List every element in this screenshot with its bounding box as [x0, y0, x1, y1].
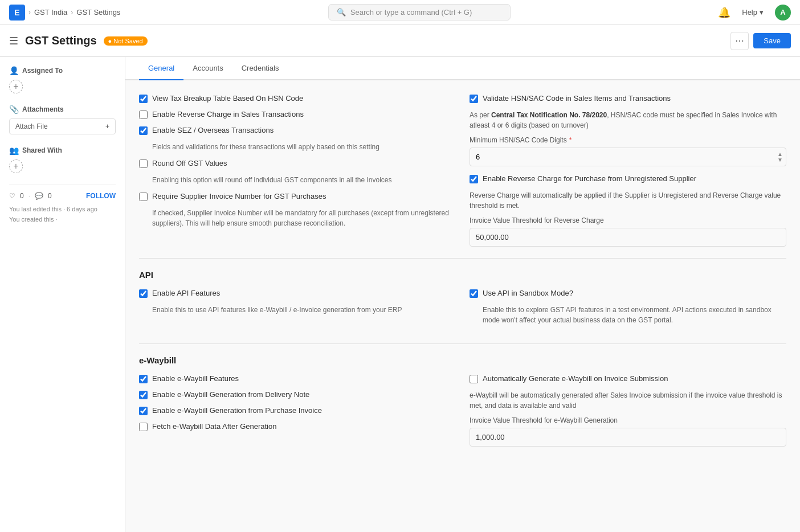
- checkbox-enable-api: Enable API Features: [139, 289, 456, 298]
- checkbox-validate-hsn: Validate HSN/SAC Code in Sales Items and…: [470, 94, 786, 103]
- api-section: API Enable API Features Enable this to u…: [139, 258, 786, 332]
- save-button[interactable]: Save: [753, 33, 791, 48]
- checkbox-auto-generate-ewaybill-label[interactable]: Automatically Generate e-Waybill on Invo…: [483, 374, 668, 383]
- checkbox-enable-api-input[interactable]: [139, 289, 148, 298]
- hamburger-icon[interactable]: ☰: [9, 35, 18, 47]
- assigned-to-icon: 👤: [9, 66, 19, 75]
- number-arrows: ▲ ▼: [777, 152, 783, 163]
- ewaybill-threshold-input[interactable]: [470, 428, 786, 447]
- checkbox-validate-hsn-label[interactable]: Validate HSN/SAC Code in Sales Items and…: [483, 94, 671, 103]
- attach-file-button[interactable]: Attach File +: [9, 118, 116, 134]
- checkbox-validate-hsn-input[interactable]: [470, 95, 478, 103]
- ewaybill-grid: Enable e-Waybill Features Enable e-Waybi…: [139, 374, 786, 447]
- invoice-threshold-label: Invoice Value Threshold for Reverse Char…: [470, 216, 786, 224]
- page-title: GST Settings: [25, 34, 97, 47]
- app-icon[interactable]: E: [9, 5, 25, 21]
- checkbox-sandbox-mode: Use API in Sandbox Mode?: [470, 289, 786, 298]
- round-off-description: Enabling this option will round off indi…: [152, 175, 456, 185]
- checkbox-auto-generate-ewaybill: Automatically Generate e-Waybill on Invo…: [470, 374, 786, 383]
- checkbox-ewaybill-delivery: Enable e-Waybill Generation from Deliver…: [139, 390, 456, 399]
- page-header: ☰ GST Settings ● Not Saved ⋯ Save: [0, 25, 800, 57]
- assigned-to-title: 👤 Assigned To: [9, 66, 116, 75]
- general-left-col: View Tax Breakup Table Based On HSN Code…: [139, 94, 456, 247]
- min-hsn-required: *: [569, 136, 572, 144]
- checkbox-ewaybill-purchase-input[interactable]: [139, 407, 148, 415]
- api-grid: Enable API Features Enable this to use A…: [139, 289, 786, 332]
- api-separator: [139, 258, 786, 259]
- checkbox-auto-generate-ewaybill-input[interactable]: [470, 375, 478, 383]
- tab-accounts[interactable]: Accounts: [183, 57, 232, 80]
- checkbox-reverse-charge-sales-label[interactable]: Enable Reverse Charge in Sales Transacti…: [152, 110, 304, 118]
- checkbox-reverse-charge-purchase: Enable Reverse Charge for Purchase from …: [470, 174, 786, 183]
- checkbox-ewaybill-delivery-label[interactable]: Enable e-Waybill Generation from Deliver…: [152, 390, 309, 399]
- tab-general[interactable]: General: [139, 57, 183, 80]
- ewaybill-separator: [139, 343, 786, 344]
- avatar[interactable]: A: [775, 5, 791, 21]
- notification-icon[interactable]: 🔔: [718, 6, 730, 19]
- search-placeholder: Search or type a command (Ctrl + G): [350, 8, 472, 17]
- breadcrumb-sep-1: ›: [28, 9, 31, 17]
- checkbox-sez-label[interactable]: Enable SEZ / Overseas Transactions: [152, 126, 274, 134]
- tab-content-general: View Tax Breakup Table Based On HSN Code…: [125, 80, 800, 460]
- follow-button[interactable]: FOLLOW: [86, 192, 116, 200]
- ewaybill-threshold-label: Invoice Value Threshold for e-Waybill Ge…: [470, 416, 786, 424]
- checkbox-supplier-invoice: Require Supplier Invoice Number for GST …: [139, 192, 456, 201]
- checkbox-fetch-ewaybill: Fetch e-Waybill Data After Generation: [139, 422, 456, 431]
- supplier-invoice-description: If checked, Supplier Invoice Number will…: [152, 208, 456, 228]
- checkbox-sez-input[interactable]: [139, 126, 148, 135]
- attachments-section: 📎 Attachments Attach File +: [9, 105, 116, 134]
- not-saved-badge: ● Not Saved: [104, 36, 148, 46]
- auto-generate-ewaybill-info: e-Waybill will be automatically generate…: [470, 390, 786, 411]
- ewaybill-title: e-Waybill: [139, 355, 786, 365]
- min-hsn-input[interactable]: [470, 148, 786, 166]
- attachments-icon: 📎: [9, 105, 19, 114]
- checkbox-round-off-label[interactable]: Round Off GST Values: [152, 159, 227, 167]
- checkbox-view-tax-breakup-label[interactable]: View Tax Breakup Table Based On HSN Code: [152, 94, 303, 103]
- add-assigned-to-button[interactable]: +: [9, 80, 23, 93]
- social-sep: ·: [28, 192, 30, 200]
- checkbox-view-tax-breakup-input[interactable]: [139, 95, 148, 103]
- checkbox-enable-ewaybill-input[interactable]: [139, 375, 148, 383]
- more-button[interactable]: ⋯: [730, 32, 749, 50]
- checkbox-enable-api-label[interactable]: Enable API Features: [152, 289, 220, 297]
- ewaybill-right-col: Automatically Generate e-Waybill on Invo…: [470, 374, 786, 447]
- breadcrumb-sep-2: ›: [71, 9, 73, 17]
- page-header-right: ⋯ Save: [730, 32, 791, 50]
- checkbox-reverse-charge-sales-input[interactable]: [139, 111, 148, 119]
- sidebar-meta: You last edited this · 6 days ago You cr…: [9, 204, 116, 224]
- checkbox-supplier-invoice-input[interactable]: [139, 193, 148, 201]
- likes-count: 0: [20, 192, 24, 200]
- checkbox-sandbox-mode-input[interactable]: [470, 289, 478, 298]
- tab-credentials[interactable]: Credentials: [232, 57, 288, 80]
- checkbox-ewaybill-purchase-label[interactable]: Enable e-Waybill Generation from Purchas…: [152, 406, 322, 415]
- attachments-title: 📎 Attachments: [9, 105, 116, 114]
- checkbox-sandbox-mode-label[interactable]: Use API in Sandbox Mode?: [483, 289, 573, 297]
- help-button[interactable]: Help ▾: [737, 6, 768, 19]
- add-shared-with-button[interactable]: +: [9, 159, 23, 173]
- min-hsn-label: Minimum HSN/SAC Code Digits *: [470, 136, 786, 144]
- api-left-col: Enable API Features Enable this to use A…: [139, 289, 456, 332]
- min-hsn-input-wrap: ▲ ▼: [470, 148, 786, 166]
- checkbox-round-off-input[interactable]: [139, 159, 148, 168]
- invoice-threshold-input[interactable]: [470, 228, 786, 247]
- checkbox-fetch-ewaybill-label[interactable]: Fetch e-Waybill Data After Generation: [152, 422, 276, 431]
- checkbox-reverse-charge-purchase-input[interactable]: [470, 175, 478, 183]
- breadcrumb-gst-settings[interactable]: GST Settings: [76, 8, 120, 17]
- sandbox-mode-description: Enable this to explore GST API features …: [483, 305, 786, 325]
- checkbox-reverse-charge-sales: Enable Reverse Charge in Sales Transacti…: [139, 110, 456, 119]
- not-saved-dot: ●: [108, 38, 114, 44]
- comments-count: 0: [48, 192, 52, 200]
- shared-with-icon: 👥: [9, 146, 19, 155]
- checkbox-reverse-charge-purchase-label[interactable]: Enable Reverse Charge for Purchase from …: [483, 174, 696, 183]
- search-area: 🔍 Search or type a command (Ctrl + G): [120, 4, 718, 21]
- breadcrumb-gst-india[interactable]: GST India: [34, 8, 67, 17]
- checkbox-fetch-ewaybill-input[interactable]: [139, 423, 148, 431]
- checkbox-enable-ewaybill-label[interactable]: Enable e-Waybill Features: [152, 374, 239, 383]
- checkbox-ewaybill-delivery-input[interactable]: [139, 391, 148, 399]
- api-right-col: Use API in Sandbox Mode? Enable this to …: [470, 289, 786, 332]
- search-bar[interactable]: 🔍 Search or type a command (Ctrl + G): [328, 4, 511, 21]
- checkbox-supplier-invoice-label[interactable]: Require Supplier Invoice Number for GST …: [152, 192, 326, 200]
- ewaybill-left-col: Enable e-Waybill Features Enable e-Waybi…: [139, 374, 456, 447]
- notification-bold: Central Tax Notification No. 78/2020: [491, 111, 607, 119]
- checkbox-view-tax-breakup: View Tax Breakup Table Based On HSN Code: [139, 94, 456, 103]
